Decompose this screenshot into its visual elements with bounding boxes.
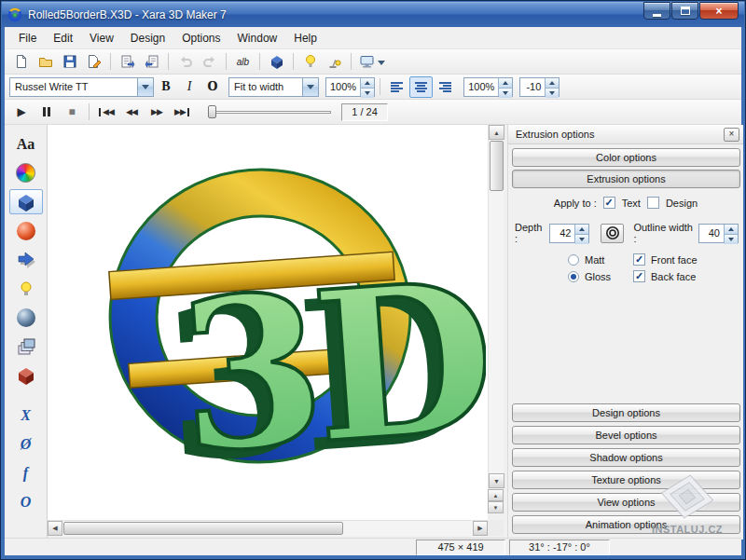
menu-file[interactable]: File	[10, 28, 45, 48]
rename-text-button[interactable]: alb	[231, 51, 255, 73]
apply-design-checkbox[interactable]	[647, 197, 659, 209]
aspect-spinner[interactable]: 100%	[463, 77, 513, 97]
tool-extrusion-options[interactable]	[9, 189, 43, 214]
scroll-left-button[interactable]: ◀	[48, 521, 62, 536]
text-size-up[interactable]	[361, 78, 374, 88]
outline-button[interactable]: O	[201, 77, 224, 97]
last-frame-button[interactable]: ▶▶	[170, 102, 194, 122]
save-button[interactable]	[58, 51, 81, 73]
fit-mode-select[interactable]: Fit to width	[228, 77, 319, 97]
align-right-button[interactable]	[434, 76, 457, 98]
lighting-button[interactable]	[298, 51, 322, 73]
tracking-down[interactable]	[546, 88, 559, 98]
align-center-button[interactable]	[409, 76, 433, 98]
export-button[interactable]	[82, 51, 105, 73]
close-button[interactable]: ×	[699, 2, 739, 20]
extrusion-options-button[interactable]: Extrusion options	[512, 170, 740, 188]
tool-texture-options[interactable]	[9, 276, 43, 301]
design-options-button[interactable]: Design options	[512, 403, 740, 422]
text-size-spinner[interactable]: 100%	[325, 77, 375, 97]
fit-mode-dropdown[interactable]	[302, 78, 318, 96]
font-select[interactable]: Russel Write TT	[9, 77, 154, 97]
texture-options-button[interactable]: Texture options	[512, 471, 740, 489]
depth-down[interactable]	[575, 234, 588, 244]
view-options-button[interactable]: View options	[512, 493, 740, 512]
depth-value[interactable]: 42	[550, 225, 574, 242]
bold-button[interactable]: B	[155, 77, 177, 97]
menu-design[interactable]: Design	[122, 28, 173, 48]
insert-text-button[interactable]	[140, 51, 163, 73]
tool-animation-options[interactable]	[9, 362, 43, 388]
font-dropdown[interactable]	[137, 78, 153, 96]
outline-width-up[interactable]	[725, 225, 738, 234]
shadow-options-button[interactable]: Shadow options	[512, 448, 740, 467]
previous-frame-button[interactable]: ◀◀	[119, 102, 144, 122]
tool-shadow-options[interactable]	[9, 247, 43, 272]
tool-text-options[interactable]: Aa	[9, 131, 43, 157]
undo-button[interactable]	[173, 51, 197, 73]
panel-close-button[interactable]: ×	[724, 128, 739, 142]
back-face-checkbox[interactable]: ✓	[633, 270, 645, 282]
display-quality-button[interactable]	[356, 51, 388, 73]
page-up-button[interactable]: ▲	[488, 489, 504, 501]
menu-options[interactable]: Options	[173, 28, 228, 48]
tracking-spinner[interactable]: -10	[519, 77, 560, 97]
color-options-button[interactable]: Color options	[512, 148, 740, 167]
vertical-scroll-thumb[interactable]	[490, 141, 504, 191]
title-bar[interactable]: Rolled5BorderB.X3D - Xara 3D Maker 7 ×	[2, 2, 744, 27]
outline-width-spinner[interactable]: 40	[698, 224, 739, 243]
depth-up[interactable]	[575, 225, 588, 234]
front-face-checkbox[interactable]: ✓	[633, 253, 645, 266]
text-size-value[interactable]: 100%	[326, 78, 360, 96]
page-down-button[interactable]: ▼	[488, 501, 504, 513]
scroll-down-button[interactable]: ▼	[489, 473, 504, 488]
italic-button[interactable]: I	[178, 77, 200, 97]
outline-width-value[interactable]: 40	[699, 225, 724, 242]
tool-pulsate[interactable]: O	[9, 489, 43, 514]
outline-toggle-button[interactable]	[601, 224, 624, 243]
apply-text-checkbox[interactable]: ✓	[603, 197, 615, 209]
align-left-button[interactable]	[385, 76, 408, 98]
tool-view-options[interactable]	[9, 305, 43, 330]
next-frame-button[interactable]: ▶▶	[145, 102, 169, 122]
outline-width-down[interactable]	[725, 234, 738, 244]
extrude-toggle-button[interactable]	[265, 51, 288, 73]
frame-slider-thumb[interactable]	[208, 105, 216, 118]
stop-button[interactable]: ■	[60, 102, 84, 122]
scroll-up-button[interactable]: ▲	[489, 125, 504, 140]
tool-bevel-options[interactable]	[9, 218, 43, 243]
vertical-scrollbar[interactable]: ▲ ▼	[488, 125, 504, 488]
tool-swing[interactable]: X	[9, 403, 43, 428]
maximize-button[interactable]	[671, 2, 698, 20]
redo-button[interactable]	[198, 51, 221, 73]
frame-slider[interactable]	[208, 102, 331, 121]
aspect-down[interactable]	[499, 88, 512, 98]
new-document-button[interactable]	[9, 51, 33, 73]
matt-radio[interactable]	[568, 254, 579, 266]
panel-header[interactable]: Extrusion options ×	[508, 125, 743, 144]
pause-button[interactable]	[35, 102, 59, 122]
bevel-options-button[interactable]: Bevel options	[512, 426, 740, 444]
minimize-button[interactable]	[643, 2, 670, 20]
open-button[interactable]	[34, 51, 57, 73]
tool-color-options[interactable]	[9, 160, 43, 185]
menu-window[interactable]: Window	[229, 28, 286, 48]
aspect-up[interactable]	[499, 78, 512, 88]
lamp-button[interactable]	[323, 51, 346, 73]
text-size-down[interactable]	[361, 88, 374, 98]
tracking-up[interactable]	[546, 78, 559, 88]
tool-rotate[interactable]: Ø	[9, 431, 43, 457]
tool-design-options[interactable]	[9, 334, 43, 359]
document-canvas[interactable]: 3D 3D	[48, 125, 488, 520]
horizontal-scrollbar[interactable]: ◀ ▶	[48, 520, 488, 536]
scroll-right-button[interactable]: ▶	[473, 521, 488, 536]
aspect-value[interactable]: 100%	[464, 78, 498, 96]
frame-slider-track[interactable]	[208, 111, 331, 114]
menu-view[interactable]: View	[81, 28, 122, 48]
menu-edit[interactable]: Edit	[45, 28, 81, 48]
gloss-radio[interactable]	[568, 271, 579, 282]
menu-help[interactable]: Help	[285, 28, 325, 48]
tracking-value[interactable]: -10	[520, 78, 545, 96]
depth-spinner[interactable]: 42	[549, 224, 589, 243]
animation-options-button[interactable]: Animation options	[512, 515, 740, 534]
